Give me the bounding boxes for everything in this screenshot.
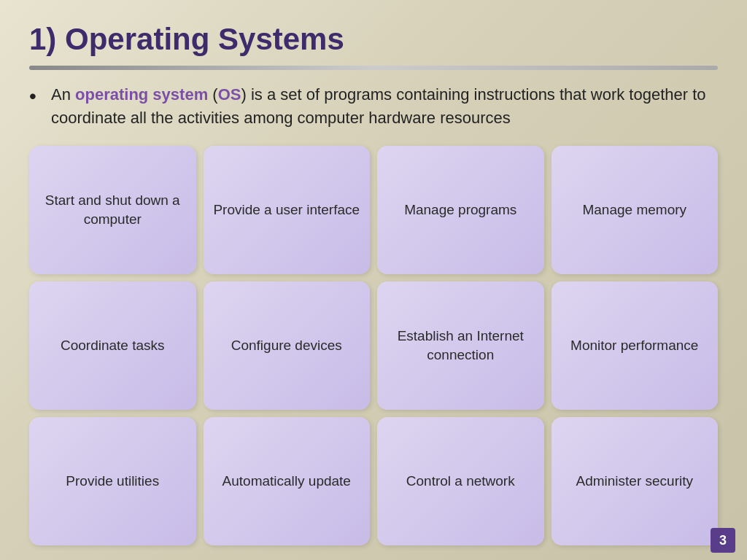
card-configure-devices: Configure devices (204, 281, 371, 410)
card-provide-utilities: Provide utilities (29, 417, 196, 545)
slide-title: 1) Operating Systems (29, 22, 718, 57)
divider (29, 66, 718, 70)
card-coordinate-tasks: Coordinate tasks (29, 281, 196, 410)
bullet-point: An operating system (OS) is a set of pro… (29, 83, 718, 130)
card-manage-programs: Manage programs (377, 146, 544, 274)
card-administer-security: Administer security (551, 417, 719, 545)
card-auto-update: Automatically update (204, 417, 371, 545)
card-manage-memory: Manage memory (551, 146, 719, 274)
card-user-interface: Provide a user interface (204, 146, 371, 274)
slide: 1) Operating Systems An operating system… (0, 0, 747, 560)
card-start-shutdown: Start and shut down a computer (29, 146, 196, 274)
slide-number: 3 (711, 528, 735, 553)
card-control-network: Control a network (377, 417, 544, 545)
highlight-os-abbr: OS (218, 85, 241, 104)
card-monitor-performance: Monitor performance (551, 281, 719, 410)
cards-grid: Start and shut down a computer Provide a… (29, 146, 718, 545)
card-internet-connection: Establish an Internet connection (377, 281, 544, 410)
highlight-os-term: operating system (75, 85, 208, 104)
